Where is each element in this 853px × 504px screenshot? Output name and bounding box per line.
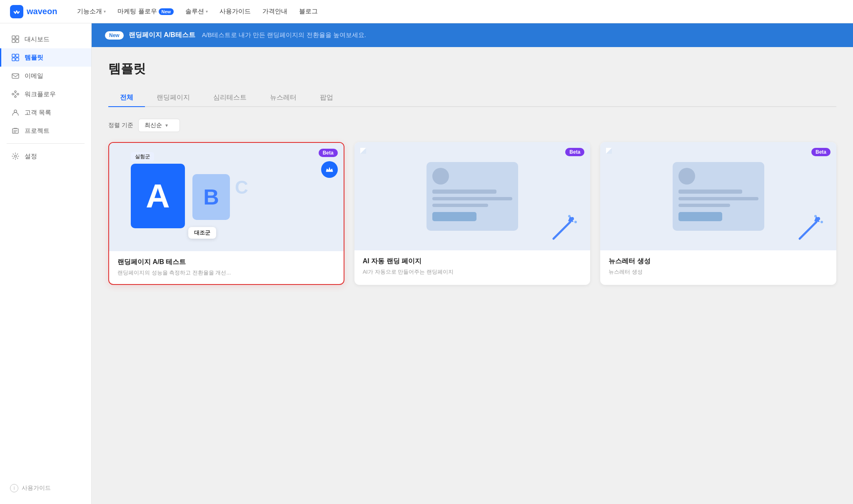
card-desc-ai: AI가 자동으로 만들어주는 랜딩페이지 bbox=[363, 268, 582, 276]
card-newsletter[interactable]: Beta bbox=[600, 142, 836, 285]
sort-value: 최신순 bbox=[145, 122, 162, 129]
sidebar-item-settings[interactable]: 설정 bbox=[0, 147, 91, 165]
svg-rect-1 bbox=[16, 36, 19, 39]
logo[interactable]: waveon bbox=[10, 5, 57, 18]
svg-rect-6 bbox=[12, 58, 15, 61]
svg-point-25 bbox=[821, 221, 823, 223]
beta-badge-newsletter: Beta bbox=[811, 148, 831, 156]
card-title-newsletter: 뉴스레터 생성 bbox=[609, 257, 828, 266]
mock-avatar bbox=[678, 168, 695, 185]
banner[interactable]: New 랜딩페이지 A/B테스트 A/B테스트로 내가 만든 랜딩페이지의 전환… bbox=[92, 23, 853, 47]
card-desc-newsletter: 뉴스레터 생성 bbox=[609, 268, 828, 276]
new-badge: New bbox=[159, 8, 174, 15]
card-title-ai: AI 자동 랜딩 페이지 bbox=[363, 257, 582, 266]
page-content: 템플릿 전체 랜딩페이지 심리테스트 뉴스레터 팝업 정렬 기준 최신순 ▾ bbox=[92, 47, 853, 298]
sidebar-item-label: 프로젝트 bbox=[25, 127, 50, 135]
cards-grid: Beta 실험군 A B bbox=[108, 142, 836, 285]
tab-popup[interactable]: 팝업 bbox=[308, 89, 345, 107]
nav-item-marketing[interactable]: 마케팅 플로우 New bbox=[117, 7, 174, 15]
brand-name: waveon bbox=[27, 7, 57, 16]
card-desc-ab: 랜딩페이지의 성능을 측정하고 전환율을 개선... bbox=[117, 269, 335, 277]
sidebar-divider bbox=[7, 143, 85, 144]
customers-icon bbox=[11, 108, 20, 117]
page-fold-icon bbox=[606, 148, 612, 154]
nav-item-pricing[interactable]: 가격안내 bbox=[262, 7, 287, 15]
card-body-ab: 랜딩페이지 A/B 테스트 랜딩페이지의 성능을 측정하고 전환율을 개선... bbox=[109, 251, 344, 284]
card-body-ai: AI 자동 랜딩 페이지 AI가 자동으로 만들어주는 랜딩페이지 bbox=[354, 250, 591, 283]
card-ab-test[interactable]: Beta 실험군 A B bbox=[108, 142, 344, 285]
card-title-ab: 랜딩페이지 A/B 테스트 bbox=[117, 258, 335, 267]
beta-badge-ai: Beta bbox=[565, 148, 584, 156]
card-ai-landing[interactable]: Beta bbox=[354, 142, 591, 285]
chevron-down-icon: ▾ bbox=[165, 122, 168, 128]
card-image-ab: Beta 실험군 A B bbox=[109, 143, 344, 251]
page-title: 템플릿 bbox=[108, 60, 836, 77]
svg-line-16 bbox=[554, 222, 570, 239]
main-content: New 랜딩페이지 A/B테스트 A/B테스트로 내가 만든 랜딩페이지의 전환… bbox=[92, 23, 853, 504]
svg-point-19 bbox=[568, 215, 571, 217]
dashboard-icon bbox=[11, 35, 20, 43]
svg-point-9 bbox=[12, 93, 14, 95]
mock-line bbox=[432, 190, 496, 194]
template-icon bbox=[11, 53, 20, 62]
sidebar-item-label: 워크플로우 bbox=[25, 90, 56, 98]
tab-all[interactable]: 전체 bbox=[108, 89, 145, 107]
sidebar-item-label: 대시보드 bbox=[25, 35, 50, 43]
banner-new-badge: New bbox=[105, 31, 124, 40]
sidebar-item-label: 설정 bbox=[25, 152, 37, 160]
info-icon: i bbox=[10, 484, 18, 492]
sidebar-item-project[interactable]: 프로젝트 bbox=[0, 122, 91, 140]
tab-landing[interactable]: 랜딩페이지 bbox=[145, 89, 202, 107]
card-image-newsletter: Beta bbox=[600, 142, 836, 250]
ai-page-mock bbox=[426, 162, 518, 231]
nav-item-solutions[interactable]: 솔루션 ▾ bbox=[185, 7, 208, 15]
card-image-ai: Beta bbox=[354, 142, 591, 250]
experiment-label: 실험군 bbox=[131, 152, 154, 162]
chevron-down-icon: ▾ bbox=[104, 9, 106, 14]
svg-point-12 bbox=[15, 96, 16, 97]
svg-line-21 bbox=[800, 222, 816, 239]
sidebar-item-label: 템플릿 bbox=[25, 54, 43, 62]
nav-item-guide[interactable]: 사용가이드 bbox=[219, 7, 251, 15]
sidebar-item-email[interactable]: 이메일 bbox=[0, 67, 91, 85]
wand-icon bbox=[549, 214, 579, 243]
nav-item-features[interactable]: 기능소개 ▾ bbox=[77, 7, 106, 15]
beta-badge-ab: Beta bbox=[319, 149, 338, 157]
a-block: A bbox=[131, 164, 185, 228]
chevron-down-icon: ▾ bbox=[206, 9, 208, 14]
mock-line bbox=[678, 197, 758, 200]
tab-newsletter[interactable]: 뉴스레터 bbox=[258, 89, 308, 107]
nav-item-blog[interactable]: 블로그 bbox=[299, 7, 318, 15]
banner-title: 랜딩페이지 A/B테스트 bbox=[129, 31, 195, 40]
svg-point-10 bbox=[15, 91, 16, 92]
wand-icon bbox=[796, 214, 825, 243]
svg-rect-8 bbox=[12, 74, 19, 78]
svg-point-13 bbox=[14, 110, 17, 112]
filter-row: 정렬 기준 최신순 ▾ bbox=[108, 119, 836, 132]
mock-avatar bbox=[432, 168, 449, 185]
b-block: B bbox=[192, 174, 230, 220]
svg-point-23 bbox=[817, 217, 820, 220]
svg-rect-0 bbox=[12, 36, 15, 39]
sidebar-item-template[interactable]: 템플릿 bbox=[0, 48, 91, 67]
sidebar-bottom-guide[interactable]: i 사용가이드 bbox=[0, 479, 91, 497]
mock-button bbox=[678, 212, 723, 221]
svg-point-24 bbox=[814, 215, 817, 217]
svg-point-15 bbox=[15, 155, 17, 157]
tab-psychology[interactable]: 심리테스트 bbox=[202, 89, 258, 107]
c-letter: C bbox=[235, 177, 248, 198]
svg-rect-7 bbox=[16, 58, 19, 61]
banner-desc: A/B테스트로 내가 만든 랜딩페이지의 전환율을 높여보세요. bbox=[202, 31, 366, 39]
top-navigation: waveon 기능소개 ▾ 마케팅 플로우 New 솔루션 ▾ 사용가이드 가격… bbox=[0, 0, 853, 23]
sidebar-item-customers[interactable]: 고객 목록 bbox=[0, 103, 91, 122]
svg-rect-4 bbox=[12, 54, 15, 57]
mock-line bbox=[678, 190, 743, 194]
sort-select[interactable]: 최신순 ▾ bbox=[138, 119, 180, 132]
sidebar: 대시보드 템플릿 bbox=[0, 23, 92, 504]
sidebar-item-workflow[interactable]: 워크플로우 bbox=[0, 85, 91, 103]
newsletter-mock bbox=[673, 162, 764, 231]
sidebar-item-dashboard[interactable]: 대시보드 bbox=[0, 30, 91, 48]
sidebar-item-label: 고객 목록 bbox=[25, 109, 51, 117]
control-label: 대조군 bbox=[188, 227, 216, 239]
filter-label: 정렬 기준 bbox=[108, 122, 133, 129]
